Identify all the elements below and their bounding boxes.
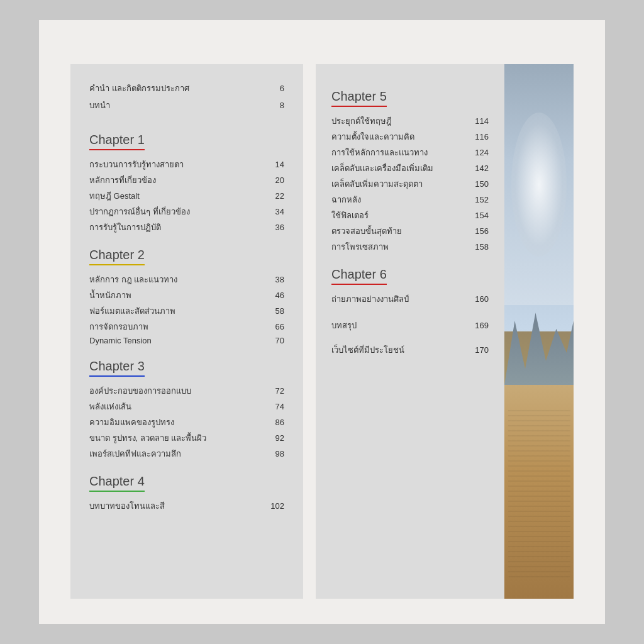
toc-item: น้ำหนักภาพ46: [89, 287, 284, 303]
toc-label: ฉากหลัง: [331, 193, 467, 206]
toc-item: ตรวจสอบขั้นสุดท้าย156: [331, 223, 489, 239]
toc-label: ประยุกต์ใช้ทฤษฎี: [331, 114, 467, 128]
toc-item: ความอิมแพคของรูปทรง86: [89, 414, 284, 430]
toc-item: ทฤษฎี Gestalt22: [89, 188, 284, 204]
toc-label: Dynamic Tension: [89, 336, 262, 345]
toc-label: ใช้ฟิลเตอร์: [331, 209, 467, 222]
toc-num: 14: [262, 160, 284, 169]
toc-item: ความตั้งใจและความคิด116: [331, 129, 489, 145]
toc-num: 142: [467, 164, 489, 173]
toc-item: บทบาทของโทนและสี102: [89, 498, 284, 514]
toc-num: 158: [467, 242, 489, 252]
toc-item: องค์ประกอบของการออกแบบ72: [89, 383, 284, 399]
toc-item: พลังแห่งเส้น74: [89, 399, 284, 414]
toc-num: 34: [262, 207, 284, 216]
toc-item: หลักการ กฎ และแนวทาง38: [89, 272, 284, 287]
toc-num: 102: [262, 501, 284, 511]
toc-item: การใช้หลักการและแนวทาง124: [331, 145, 489, 160]
toc-label: พลังแห่งเส้น: [89, 400, 262, 413]
toc-label: ทฤษฎี Gestalt: [89, 189, 262, 203]
toc-num: 66: [262, 322, 284, 331]
toc-item: ขนาด รูปทรง, ลวดลาย และพื้นผิว92: [89, 430, 284, 446]
toc-label: หลักการที่เกี่ยวข้อง: [89, 174, 262, 187]
toc-num: 20: [262, 175, 284, 185]
toc-label: การใช้หลักการและแนวทาง: [331, 146, 467, 159]
toc-label: ความตั้งใจและความคิด: [331, 130, 467, 143]
toc-item: การโพรเซสภาพ158: [331, 239, 489, 255]
toc-label: น้ำหนักภาพ: [89, 289, 262, 302]
toc-num: 38: [262, 275, 284, 284]
toc-label: กระบวนการรับรู้ทางสายตา: [89, 158, 262, 171]
toc-item: การรับรู้ในการปฏิบัติ36: [89, 219, 284, 235]
toc-label: ถ่ายภาพอย่างงานศิลป์: [331, 292, 467, 306]
chapter-block-ch2: Chapter 2หลักการ กฎ และแนวทาง38น้ำหนักภา…: [89, 238, 284, 347]
toc-num: 150: [467, 179, 489, 189]
standalone-num: 169: [475, 321, 489, 330]
toc-intro: คำนำ และกิตติกรรมประกาศ6บทนำ8: [89, 80, 284, 114]
toc-item: ฉากหลัง152: [331, 192, 489, 208]
toc-item: เคล็ดลับเพิ่มความสะดุดตา150: [331, 176, 489, 192]
chapter-block-ch1: Chapter 1กระบวนการรับรู้ทางสายตา14หลักกา…: [89, 123, 284, 235]
toc-num: 114: [467, 116, 489, 126]
toc-num: 98: [262, 449, 284, 458]
chapter-heading-ch3: Chapter 3: [89, 359, 145, 377]
toc-item: การจัดกรอบภาพ66: [89, 319, 284, 335]
toc-label: บทบาทของโทนและสี: [89, 499, 262, 513]
chapter-block-ch5: Chapter 5ประยุกต์ใช้ทฤษฎี114ความตั้งใจแล…: [331, 80, 489, 255]
right-column: Chapter 5ประยุกต์ใช้ทฤษฎี114ความตั้งใจแล…: [316, 64, 574, 599]
toc-item: ประยุกต์ใช้ทฤษฎี114: [331, 113, 489, 129]
right-content: Chapter 5ประยุกต์ใช้ทฤษฎี114ความตั้งใจแล…: [316, 64, 504, 599]
toc-item: เคล็ดลับและเครื่องมือเพิ่มเติม142: [331, 160, 489, 176]
toc-intro-num: 8: [265, 101, 284, 110]
toc-num: 74: [262, 402, 284, 411]
chapter-block-ch3: Chapter 3องค์ประกอบของการออกแบบ72พลังแห่…: [89, 350, 284, 462]
toc-item: เพอร์สเปคทีฟและความลึก98: [89, 446, 284, 462]
chapter-heading-ch2: Chapter 2: [89, 248, 145, 265]
toc-intro-item: คำนำ และกิตติกรรมประกาศ6: [89, 80, 284, 97]
toc-intro-label: คำนำ และกิตติกรรมประกาศ: [89, 82, 189, 95]
toc-label: ฟอร์แมตและสัดส่วนภาพ: [89, 304, 262, 318]
standalone-label: บทสรุป: [331, 319, 357, 332]
toc-num: 92: [262, 433, 284, 443]
chapter-block-ch4: Chapter 4บทบาทของโทนและสี102: [89, 465, 284, 514]
toc-label: หลักการ กฎ และแนวทาง: [89, 273, 262, 286]
chapter-heading-ch4: Chapter 4: [89, 474, 145, 492]
toc-item: ถ่ายภาพอย่างงานศิลป์160: [331, 291, 489, 307]
toc-label: การโพรเซสภาพ: [331, 240, 467, 253]
toc-num: 86: [262, 418, 284, 427]
page: คำนำ และกิตติกรรมประกาศ6บทนำ8 Chapter 1ก…: [39, 20, 605, 624]
toc-label: ขนาด รูปทรง, ลวดลาย และพื้นผิว: [89, 431, 262, 445]
toc-intro-label: บทนำ: [89, 99, 110, 112]
toc-label: การรับรู้ในการปฏิบัติ: [89, 221, 262, 234]
toc-num: 124: [467, 148, 489, 157]
standalone-label: เว็บไซต์ที่มีประโยชน์: [331, 343, 404, 357]
toc-item: ปรากฏการณ์อื่นๆ ที่เกี่ยวข้อง34: [89, 204, 284, 219]
toc-num: 72: [262, 386, 284, 396]
toc-num: 160: [467, 294, 489, 304]
standalone-item: บทสรุป169: [331, 316, 489, 335]
standalone-item: เว็บไซต์ที่มีประโยชน์170: [331, 341, 489, 359]
toc-intro-item: บทนำ8: [89, 97, 284, 114]
right-image: [504, 64, 574, 599]
toc-label: การจัดกรอบภาพ: [89, 320, 262, 333]
content-area: คำนำ และกิตติกรรมประกาศ6บทนำ8 Chapter 1ก…: [70, 64, 574, 599]
left-column: คำนำ และกิตติกรรมประกาศ6บทนำ8 Chapter 1ก…: [70, 64, 303, 599]
toc-label: ความอิมแพคของรูปทรง: [89, 416, 262, 429]
toc-intro-num: 6: [265, 84, 284, 93]
toc-num: 22: [262, 191, 284, 201]
toc-label: ตรวจสอบขั้นสุดท้าย: [331, 225, 467, 238]
toc-num: 116: [467, 132, 489, 142]
chapter-block-ch6: Chapter 6ถ่ายภาพอย่างงานศิลป์160: [331, 258, 489, 307]
toc-label: ปรากฏการณ์อื่นๆ ที่เกี่ยวข้อง: [89, 205, 262, 218]
toc-num: 156: [467, 226, 489, 236]
toc-num: 152: [467, 195, 489, 204]
toc-item: ใช้ฟิลเตอร์154: [331, 208, 489, 223]
toc-num: 36: [262, 223, 284, 232]
toc-item: หลักการที่เกี่ยวข้อง20: [89, 172, 284, 188]
toc-num: 154: [467, 211, 489, 220]
chapter-heading-ch5: Chapter 5: [331, 89, 387, 107]
toc-num: 70: [262, 336, 284, 345]
toc-num: 58: [262, 306, 284, 316]
toc-label: องค์ประกอบของการออกแบบ: [89, 384, 262, 397]
toc-label: เคล็ดลับเพิ่มความสะดุดตา: [331, 177, 467, 191]
